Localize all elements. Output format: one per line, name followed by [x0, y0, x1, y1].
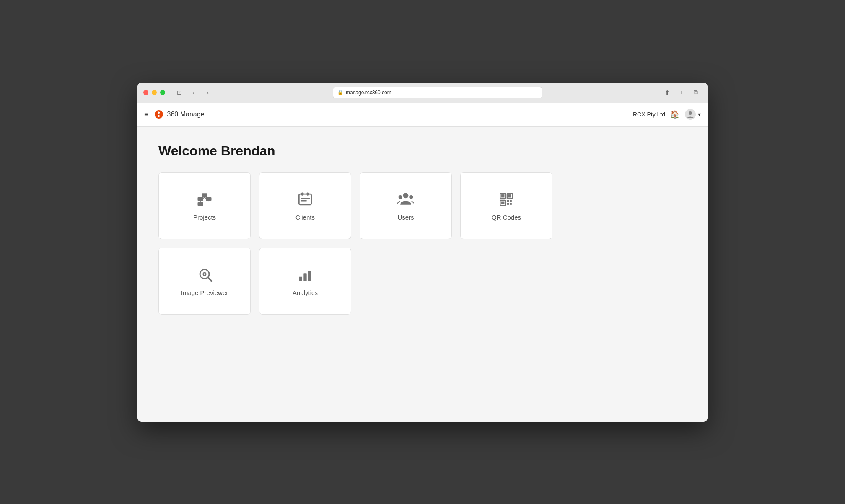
svg-point-14 — [403, 193, 409, 198]
image-previewer-icon — [195, 266, 214, 284]
header-right: RCX Pty Ltd 🏠 ▾ — [633, 109, 701, 120]
svg-rect-25 — [507, 203, 509, 205]
sidebar-toggle-button[interactable]: ⊡ — [174, 88, 185, 97]
app-logo-icon — [154, 109, 164, 119]
svg-rect-10 — [301, 193, 304, 196]
main-content: Welcome Brendan Projects — [137, 127, 708, 422]
minimize-button[interactable] — [152, 90, 157, 95]
lock-icon: 🔒 — [337, 90, 343, 95]
svg-rect-32 — [303, 273, 306, 281]
svg-point-30 — [204, 273, 205, 275]
app-header: ≡ 360 Manage RCX Pty Ltd 🏠 ▾ — [137, 103, 708, 127]
svg-rect-26 — [510, 203, 512, 205]
qr-codes-icon — [497, 190, 516, 209]
share-button[interactable]: ⬆ — [661, 88, 673, 97]
qr-codes-label: QR Codes — [492, 214, 521, 221]
page-title: Welcome Brendan — [158, 143, 687, 159]
account-button[interactable]: ▾ — [684, 109, 701, 120]
svg-rect-3 — [198, 202, 203, 206]
image-previewer-label: Image Previewer — [181, 289, 228, 296]
svg-rect-5 — [202, 193, 207, 197]
address-bar-container: 🔒 manage.rcx360.com — [217, 87, 658, 98]
close-button[interactable] — [143, 90, 148, 95]
maximize-button[interactable] — [160, 90, 165, 95]
browser-actions: ⬆ + ⧉ — [661, 88, 702, 97]
svg-rect-18 — [501, 194, 504, 197]
home-icon[interactable]: 🏠 — [670, 110, 679, 119]
svg-rect-23 — [507, 200, 509, 202]
svg-rect-9 — [299, 194, 311, 205]
svg-rect-22 — [501, 202, 504, 204]
analytics-label: Analytics — [293, 289, 318, 296]
qr-codes-card[interactable]: QR Codes — [460, 172, 552, 239]
users-card[interactable]: Users — [360, 172, 452, 239]
company-name: RCX Pty Ltd — [633, 111, 665, 118]
svg-rect-11 — [307, 193, 309, 196]
svg-rect-20 — [508, 194, 511, 197]
analytics-card[interactable]: Analytics — [259, 248, 351, 315]
cards-grid: Projects Clients — [158, 172, 687, 315]
svg-rect-33 — [308, 271, 311, 281]
projects-card[interactable]: Projects — [158, 172, 251, 239]
clients-label: Clients — [295, 214, 315, 221]
new-tab-button[interactable]: + — [676, 88, 687, 97]
browser-chrome: ⊡ ‹ › 🔒 manage.rcx360.com ⬆ + ⧉ — [137, 83, 708, 103]
svg-point-15 — [399, 195, 402, 199]
app-logo: 360 Manage — [154, 109, 205, 119]
app-name: 360 Manage — [167, 111, 205, 118]
analytics-icon — [296, 266, 314, 284]
browser-controls: ⊡ ‹ › — [174, 88, 214, 97]
menu-icon[interactable]: ≡ — [144, 110, 149, 119]
projects-icon — [195, 190, 214, 209]
clients-card[interactable]: Clients — [259, 172, 351, 239]
account-icon — [684, 109, 696, 120]
address-bar[interactable]: 🔒 manage.rcx360.com — [333, 87, 542, 98]
clients-icon — [296, 190, 314, 209]
back-button[interactable]: ‹ — [188, 88, 200, 97]
svg-point-1 — [689, 111, 692, 115]
tab-overview-button[interactable]: ⧉ — [690, 88, 702, 97]
users-label: Users — [397, 214, 414, 221]
svg-rect-31 — [299, 277, 302, 281]
account-dropdown-icon: ▾ — [698, 111, 701, 118]
projects-label: Projects — [193, 214, 216, 221]
browser-window: ⊡ ‹ › 🔒 manage.rcx360.com ⬆ + ⧉ ≡ — [137, 83, 708, 422]
url-text: manage.rcx360.com — [346, 90, 391, 96]
forward-button[interactable]: › — [202, 88, 214, 97]
svg-point-16 — [409, 195, 413, 199]
users-icon — [397, 190, 415, 209]
svg-line-29 — [207, 277, 211, 281]
image-previewer-card[interactable]: Image Previewer — [158, 248, 251, 315]
svg-rect-24 — [510, 200, 512, 202]
svg-rect-12 — [301, 198, 310, 199]
svg-rect-13 — [301, 200, 307, 202]
